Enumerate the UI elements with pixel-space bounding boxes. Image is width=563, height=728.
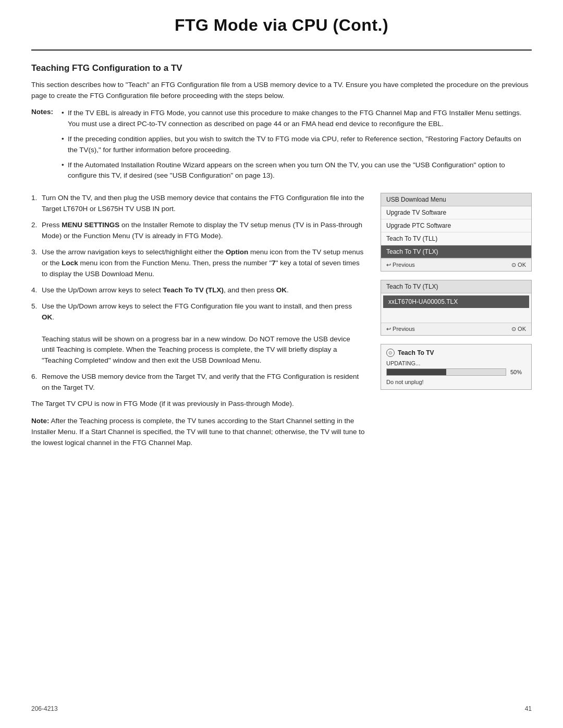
teach-to-tv-tlx-panel: Teach To TV (TLX) xxLT670H-UA00005.TLX P… bbox=[381, 280, 532, 336]
panel2-footer: Previous OK bbox=[381, 323, 531, 335]
ok-bold-5: OK bbox=[42, 313, 52, 321]
teach-tlx-bold: Teach To TV (TLX) bbox=[163, 286, 224, 294]
page-number: 41 bbox=[525, 705, 532, 712]
menu-settings-bold: MENU SETTINGS bbox=[62, 221, 119, 229]
teach-icon: ⊙ bbox=[386, 349, 395, 357]
progress-bar-bg bbox=[386, 368, 506, 376]
panel3-donot: Do not unplug! bbox=[386, 379, 526, 385]
intro-text: This section describes how to "Teach" an… bbox=[31, 80, 532, 102]
note-item-1: If the TV EBL is already in FTG Mode, yo… bbox=[62, 108, 532, 130]
after-steps-1: The Target TV CPU is now in FTG Mode (if… bbox=[31, 399, 365, 410]
step-3: 3. Use the arrow navigation keys to sele… bbox=[31, 247, 365, 280]
panel2-prev: Previous bbox=[386, 326, 415, 332]
page-header: FTG Mode via CPU (Cont.) bbox=[31, 0, 532, 44]
step-6: 6. Remove the USB memory device from the… bbox=[31, 372, 365, 393]
panel1-item-4-selected: Teach To TV (TLX) bbox=[381, 245, 531, 258]
panel3-updating: UPDATING... bbox=[386, 360, 526, 366]
teach-to-tv-progress-panel: ⊙ Teach To TV UPDATING... 50% Do not unp… bbox=[381, 344, 532, 390]
panel1-inner: USB Download Menu Upgrade TV Software Up… bbox=[381, 193, 531, 271]
header-rule bbox=[31, 50, 532, 51]
usb-download-menu-panel: USB Download Menu Upgrade TV Software Up… bbox=[381, 193, 532, 272]
ui-panels-column: USB Download Menu Upgrade TV Software Up… bbox=[381, 193, 532, 390]
notes-block: Notes: If the TV EBL is already in FTG M… bbox=[31, 108, 532, 186]
panel2-ok: OK bbox=[511, 326, 526, 332]
progress-bar-fill bbox=[387, 369, 446, 375]
progress-row: 50% bbox=[386, 368, 526, 376]
step-2: 2. Press MENU SETTINGS on the Installer … bbox=[31, 220, 365, 242]
panel3-title: Teach To TV bbox=[398, 349, 434, 356]
step-4: 4. Use the Up/Down arrow keys to select … bbox=[31, 285, 365, 296]
notes-content: If the TV EBL is already in FTG Mode, yo… bbox=[62, 108, 532, 186]
lock-bold: Lock bbox=[62, 259, 78, 267]
panel1-item-3: Teach To TV (TLL) bbox=[381, 232, 531, 245]
panel1-ok: OK bbox=[511, 262, 526, 268]
panel1-item-1: Upgrade TV Software bbox=[381, 206, 531, 219]
step-1: 1. Turn ON the TV, and then plug the USB… bbox=[31, 193, 365, 215]
panel2-empty bbox=[381, 310, 531, 323]
note-item-2: If the preceding condition applies, but … bbox=[62, 134, 532, 156]
panel1-item-2: Upgrade PTC Software bbox=[381, 219, 531, 232]
section-heading: Teaching FTG Configuration to a TV bbox=[31, 63, 532, 73]
panel1-footer: Previous OK bbox=[381, 258, 531, 271]
notes-label: Notes: bbox=[31, 108, 58, 186]
panel1-title: USB Download Menu bbox=[381, 193, 531, 206]
page-title: FTG Mode via CPU (Cont.) bbox=[31, 16, 532, 35]
option-bold: Option bbox=[226, 248, 249, 256]
notes-list: If the TV EBL is already in FTG Mode, yo… bbox=[62, 108, 532, 182]
progress-pct: 50% bbox=[510, 369, 526, 375]
after-steps-2: Note: After the Teaching process is comp… bbox=[31, 416, 365, 449]
page-footer: 206-4213 41 bbox=[31, 705, 532, 712]
step-5: 5. Use the Up/Down arrow keys to select … bbox=[31, 301, 365, 367]
note-label: Note: bbox=[31, 417, 50, 425]
main-content: 1. Turn ON the TV, and then plug the USB… bbox=[31, 193, 532, 454]
panel2-file: xxLT670H-UA00005.TLX bbox=[383, 295, 529, 308]
doc-number: 206-4213 bbox=[31, 705, 58, 712]
panel3-title-row: ⊙ Teach To TV bbox=[386, 349, 526, 357]
ok-bold-4: OK bbox=[276, 286, 287, 294]
panel2-title: Teach To TV (TLX) bbox=[381, 280, 531, 293]
panel1-prev: Previous bbox=[386, 262, 415, 268]
note-item-3: If the Automated Installation Routine Wi… bbox=[62, 160, 532, 182]
text-column: 1. Turn ON the TV, and then plug the USB… bbox=[31, 193, 365, 454]
steps-list: 1. Turn ON the TV, and then plug the USB… bbox=[31, 193, 365, 393]
